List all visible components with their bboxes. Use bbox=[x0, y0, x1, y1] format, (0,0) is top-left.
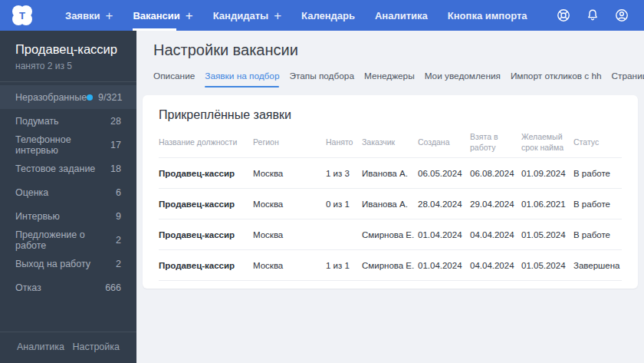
nav-item-vakansii[interactable]: Вакансии + bbox=[123, 0, 202, 31]
cell-taken: 04.04.2024 bbox=[470, 261, 521, 270]
stage-label: Предложение о работе bbox=[15, 229, 116, 251]
stage-item-telefonnoe-intervyu[interactable]: Телефонное интервью 17 bbox=[0, 133, 136, 157]
stage-label: Отказ bbox=[15, 282, 41, 293]
cell-hired: 1 из 3 bbox=[326, 169, 362, 178]
nav-item-label: Заявки bbox=[65, 10, 100, 21]
nav-item-label: Аналитика bbox=[375, 10, 428, 21]
stage-count: 9/321 bbox=[98, 92, 122, 103]
stage-label: Тестовое задание bbox=[15, 163, 95, 174]
stage-label: Оценка bbox=[15, 187, 48, 198]
tab-moi-uvedomleniya[interactable]: Мои уведомления bbox=[425, 71, 501, 87]
main-content: Настройки вакансии Описание Заявки на по… bbox=[136, 31, 644, 363]
cell-created: 28.04.2024 bbox=[418, 200, 470, 209]
cell-customer: Смирнова Е. bbox=[362, 261, 418, 270]
stage-item-testovoe-zadanie[interactable]: Тестовое задание 18 bbox=[0, 157, 136, 180]
table-header-row: Название должности Регион Нанято Заказчи… bbox=[159, 127, 622, 158]
cell-desired-date: 01.05.2024 bbox=[521, 261, 573, 270]
cell-created: 06.05.2024 bbox=[418, 169, 470, 178]
cell-status: Завершена bbox=[573, 261, 622, 270]
stage-item-intervyu[interactable]: Интервью 9 bbox=[0, 204, 136, 228]
nav-item-label: Кандидаты bbox=[213, 10, 268, 21]
table-row[interactable]: Продавец-кассир Москва 1 из 3 Иванова А.… bbox=[159, 158, 622, 189]
cell-taken: 04.04.2024 bbox=[470, 230, 521, 239]
nav-item-label: Вакансии bbox=[133, 10, 179, 21]
cell-hired: 0 из 1 bbox=[326, 200, 362, 209]
navbar-actions bbox=[555, 7, 630, 24]
vacancy-sidebar: Продавец-кассир нанято 2 из 5 Неразобран… bbox=[0, 31, 136, 363]
cell-desired-date: 01.06.2021 bbox=[521, 200, 573, 209]
stage-count: 18 bbox=[110, 163, 121, 174]
column-header: Желаемый срок найма bbox=[521, 131, 573, 153]
cell-desired-date: 01.09.2024 bbox=[521, 169, 573, 178]
stage-count: 6 bbox=[116, 187, 121, 198]
stage-count: 28 bbox=[110, 116, 121, 127]
stage-item-nerazobrannye[interactable]: Неразобранные 9/321 bbox=[0, 85, 136, 109]
cell-position: Продавец-кассир bbox=[159, 261, 253, 270]
cell-region: Москва bbox=[253, 200, 326, 209]
stage-label: Подумать bbox=[15, 116, 59, 127]
table-row[interactable]: Продавец-кассир Москва 0 из 1 Иванова А.… bbox=[159, 189, 622, 219]
table-row[interactable]: Продавец-кассир Москва Смирнова Е. 01.04… bbox=[159, 219, 622, 250]
unread-dot-icon bbox=[87, 94, 93, 101]
tab-etapy-podbora[interactable]: Этапы подбора bbox=[289, 71, 353, 87]
column-header: Создана bbox=[418, 137, 470, 147]
cell-created: 01.04.2024 bbox=[418, 261, 470, 270]
stage-list: Неразобранные 9/321 Подумать 28 Телефонн… bbox=[0, 82, 136, 299]
stage-count: 2 bbox=[116, 235, 121, 246]
top-navbar: T Заявки + Вакансии + Кандидаты + Календ… bbox=[0, 0, 644, 31]
stage-item-predlozhenie-o-rabote[interactable]: Предложение о работе 2 bbox=[0, 228, 136, 252]
nav-item-analitika[interactable]: Аналитика bbox=[365, 0, 438, 31]
add-request-icon[interactable]: + bbox=[105, 9, 113, 22]
stage-count: 2 bbox=[116, 259, 121, 269]
stage-item-ocenka[interactable]: Оценка 6 bbox=[0, 180, 136, 204]
stage-label: Телефонное интервью bbox=[15, 134, 110, 156]
cell-customer: Иванова А. bbox=[362, 200, 418, 209]
column-header: Взята в работу bbox=[470, 131, 521, 153]
stage-count: 17 bbox=[110, 140, 121, 150]
nav-item-label: Календарь bbox=[301, 10, 355, 21]
nav-item-kandidaty[interactable]: Кандидаты + bbox=[203, 0, 291, 31]
cell-region: Москва bbox=[253, 230, 326, 239]
cell-created: 01.04.2024 bbox=[418, 230, 470, 239]
nav-item-kalendar[interactable]: Календарь bbox=[291, 0, 365, 31]
stage-count: 666 bbox=[105, 282, 121, 293]
sidebar-settings-link[interactable]: Настройка bbox=[72, 342, 120, 352]
stage-item-otkaz[interactable]: Отказ 666 bbox=[0, 276, 136, 299]
cell-position: Продавец-кассир bbox=[159, 200, 253, 209]
sidebar-footer: Аналитика Настройка bbox=[0, 332, 136, 363]
sidebar-analytics-link[interactable]: Аналитика bbox=[17, 342, 64, 352]
cell-position: Продавец-кассир bbox=[159, 169, 253, 178]
tab-zayavki-na-podbor[interactable]: Заявки на подбор bbox=[205, 71, 279, 87]
add-candidate-icon[interactable]: + bbox=[274, 9, 281, 22]
stage-label: Неразобранные bbox=[15, 92, 87, 103]
profile-icon[interactable] bbox=[613, 7, 630, 24]
column-header: Заказчик bbox=[362, 137, 418, 147]
talantix-logo-icon[interactable]: T bbox=[12, 5, 32, 25]
cell-position: Продавец-кассир bbox=[159, 230, 253, 239]
cell-taken: 29.04.2024 bbox=[470, 200, 521, 209]
vacancy-title: Продавец-кассир bbox=[15, 42, 121, 57]
nav-item-knopka-importa[interactable]: Кнопка импорта bbox=[438, 0, 537, 31]
stage-label: Интервью bbox=[15, 211, 60, 222]
cell-region: Москва bbox=[253, 261, 326, 270]
svg-text:T: T bbox=[19, 10, 25, 21]
tab-stranica-talantix[interactable]: Страница Talantix bbox=[612, 71, 644, 87]
nav-item-label: Кнопка импорта bbox=[448, 10, 527, 21]
attached-requests-card: Прикреплённые заявки Название должности … bbox=[143, 95, 638, 289]
tab-menedzhery[interactable]: Менеджеры bbox=[364, 71, 415, 87]
stage-item-vyhod-na-rabotu[interactable]: Выход на работу 2 bbox=[0, 252, 136, 276]
table-row[interactable]: Продавец-кассир Москва 1 из 1 Смирнова Е… bbox=[159, 250, 622, 281]
add-vacancy-icon[interactable]: + bbox=[186, 9, 193, 22]
page-title: Настройки вакансии bbox=[153, 41, 638, 59]
stage-count: 9 bbox=[116, 211, 121, 222]
bell-icon[interactable] bbox=[584, 7, 601, 24]
support-icon[interactable] bbox=[555, 7, 572, 24]
tab-opisanie[interactable]: Описание bbox=[153, 71, 195, 87]
tab-import-otklikov[interactable]: Импорт откликов с hh bbox=[511, 71, 602, 87]
column-header: Нанято bbox=[326, 137, 362, 147]
settings-tabs: Описание Заявки на подбор Этапы подбора … bbox=[153, 71, 638, 87]
column-header: Название должности bbox=[159, 137, 253, 147]
nav-item-zayavki[interactable]: Заявки + bbox=[55, 0, 123, 31]
stage-item-podumat[interactable]: Подумать 28 bbox=[0, 109, 136, 133]
cell-status: В работе bbox=[573, 169, 622, 178]
